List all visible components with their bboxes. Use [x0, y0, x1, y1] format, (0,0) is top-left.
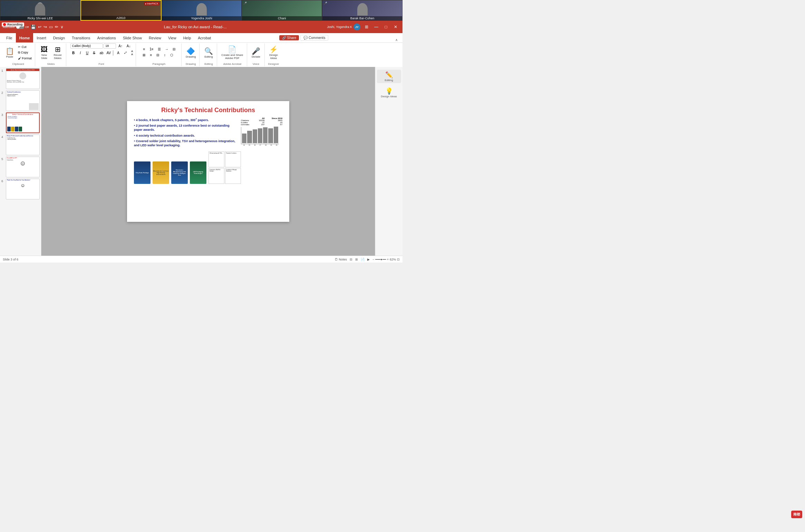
paper-3: Comparison of Ball Pull Strength...	[208, 168, 224, 184]
main-slide-area[interactable]: Ricky's Technical Contributions • 4 book…	[41, 67, 375, 256]
tab-view[interactable]: View	[165, 33, 180, 42]
window-view-icon[interactable]: ⊞	[362, 24, 371, 29]
bullet-4: • Covered solder joint reliability, TSV …	[134, 139, 238, 147]
tab-design[interactable]: Design	[50, 33, 68, 42]
paste-button[interactable]: 📋 Paste	[3, 46, 16, 59]
slide-show-button[interactable]: ▶	[367, 258, 370, 261]
italic-button[interactable]: I	[77, 50, 84, 56]
ribbon-collapse-button[interactable]: ∧	[393, 37, 400, 42]
copy-button[interactable]: ⧉ Copy	[17, 50, 33, 55]
zoom-in-button[interactable]: +	[387, 258, 389, 261]
tab-animations[interactable]: Animations	[94, 33, 119, 42]
normal-view-button[interactable]: ⊟	[350, 258, 352, 261]
reuse-slides-button[interactable]: ⊞ ReuseSlides	[51, 45, 64, 60]
align-center-button[interactable]: ≡	[148, 52, 154, 58]
zoom-level: 62%	[390, 258, 396, 261]
font-size-input[interactable]: 18	[104, 43, 116, 49]
slide-thumb-4[interactable]: 4 Ricky's Professional Leadership and Se…	[1, 135, 40, 155]
slide-thumb-2[interactable]: 2 Technical Contributions • Research pub…	[1, 90, 40, 111]
align-right-button[interactable]: ⊟	[155, 52, 161, 58]
tab-insert[interactable]: Insert	[33, 33, 50, 42]
customize-icon[interactable]: ✏	[55, 24, 58, 29]
indent-button[interactable]: →	[163, 47, 170, 52]
slides-group: 🖼 NewSlide ⊞ ReuseSlides Slides	[36, 43, 66, 66]
drawing-group: 🔷 Drawing Drawing	[182, 43, 200, 66]
columns-button[interactable]: ⊟	[171, 47, 177, 52]
tab-acrobat[interactable]: Acrobat	[194, 33, 214, 42]
video-tile-1[interactable]: Ricky Shi-wei LEE	[0, 0, 80, 21]
slide-img-2[interactable]: Technical Contributions • Research publi…	[6, 90, 40, 111]
align-left-button[interactable]: ⊞	[141, 52, 147, 58]
zoom-slider[interactable]: ━━━●━━	[375, 258, 386, 261]
slide-thumb-3[interactable]: 3 Ricky's Technical Contributions • 4 bo…	[1, 112, 40, 133]
highlight-button[interactable]: 🖍	[122, 51, 128, 55]
slide-img-1[interactable]: Avram Bar-Cohen Memory Award 2021 Recipi…	[6, 68, 40, 89]
slide-thumb-1[interactable]: 1 Avram Bar-Cohen Memory Award 2021 Reci…	[1, 68, 40, 89]
font-color-button[interactable]: A	[115, 50, 122, 56]
editing-panel-btn[interactable]: ✏️ Editing	[377, 70, 401, 83]
slide-panel[interactable]: 1 Avram Bar-Cohen Memory Award 2021 Reci…	[0, 67, 41, 256]
redo-icon[interactable]: ↪	[43, 24, 47, 29]
underline-button[interactable]: U	[84, 50, 90, 56]
font-controls: Calibri (Body) 18 A↑ A↓ B I U S ab AV | …	[70, 43, 133, 61]
video-tile-3[interactable]: Yogendra Joshi	[162, 0, 242, 21]
tab-slide-show[interactable]: Slide Show	[119, 33, 145, 42]
bold-button[interactable]: B	[70, 50, 77, 56]
new-slide-button[interactable]: 🖼 NewSlide	[38, 45, 50, 60]
design-ideas-button[interactable]: ⚡ DesignIdeas	[268, 45, 280, 60]
smart-art-button[interactable]: ⬡	[168, 52, 175, 58]
video-tile-5[interactable]: 🎤 Barak Bar-Cohen	[322, 0, 402, 21]
font-decrease-button[interactable]: A↓	[125, 43, 133, 49]
font-family-input[interactable]: Calibri (Body)	[70, 43, 103, 49]
design-ideas-panel-btn[interactable]: 💡 Design Ideas	[377, 86, 401, 99]
tab-home[interactable]: Home	[16, 33, 33, 42]
slide-img-3[interactable]: Ricky's Technical Contributions • 4 book…	[6, 112, 40, 133]
tab-help[interactable]: Help	[180, 33, 195, 42]
video-tile-4[interactable]: 🎤 Chani	[242, 0, 322, 21]
slide-img-5[interactable]: From ABC to D?? Content here... ☺	[6, 157, 40, 177]
font-size-2-button[interactable]: A A	[129, 49, 135, 57]
reading-view-button[interactable]: 📄	[361, 258, 365, 261]
tab-transitions[interactable]: Transitions	[68, 33, 94, 42]
cut-button[interactable]: ✂ Cut	[17, 45, 33, 49]
video-tile-2[interactable]: ● InterPACK A2810	[80, 0, 162, 21]
drawing-button[interactable]: 🔷 Drawing	[184, 46, 197, 59]
slide-img-4[interactable]: Ricky's Professional Leadership and Serv…	[6, 135, 40, 155]
slide-canvas[interactable]: Ricky's Technical Contributions • 4 book…	[127, 101, 289, 222]
ribbon-content: 📋 Paste ✂ Cut ⧉ Copy 🖌 Format Clipboard …	[0, 43, 402, 67]
paste-icon: 📋	[6, 47, 14, 55]
notes-button[interactable]: 🗒 Notes	[335, 258, 347, 261]
char-spacing-button[interactable]: AV	[105, 50, 111, 56]
zoom-fit-button[interactable]: ⊡	[397, 258, 400, 261]
close-button[interactable]: ✕	[391, 24, 400, 29]
bullet-list-button[interactable]: ≡	[141, 47, 147, 52]
minimize-button[interactable]: —	[372, 24, 380, 29]
line-spacing-button[interactable]: ↕	[162, 52, 168, 58]
maximize-button[interactable]: □	[382, 24, 390, 29]
zoom-out-button[interactable]: −	[372, 258, 374, 261]
user-avatar[interactable]: JY	[353, 23, 360, 30]
slide-img-6[interactable]: Thank You Very Much for Your Attention! …	[6, 179, 40, 199]
format-painter-button[interactable]: 🖌 Format	[17, 56, 33, 61]
slide-thumb-6[interactable]: 6 Thank You Very Much for Your Attention…	[1, 179, 40, 199]
tab-file[interactable]: File	[3, 33, 16, 42]
voice-group: 🎤 Dictate Voice	[248, 43, 265, 66]
tab-review[interactable]: Review	[145, 33, 165, 42]
strikethrough-button[interactable]: S	[91, 50, 97, 56]
share-button[interactable]: 🔗 Share	[279, 35, 299, 40]
font-increase-button[interactable]: A↑	[117, 43, 124, 49]
more-icon[interactable]: ∨	[60, 24, 64, 29]
numbered-list-button[interactable]: 1≡	[148, 47, 155, 52]
present-icon[interactable]: ▭	[49, 24, 53, 29]
comments-button[interactable]: 💬 Comments	[300, 35, 328, 41]
save-icon[interactable]: 💾	[31, 24, 36, 29]
dictate-button[interactable]: 🎤 Dictate	[250, 46, 262, 59]
shadow-button[interactable]: ab	[98, 50, 104, 56]
multilevel-list-button[interactable]: ☰	[156, 47, 163, 52]
editing-button[interactable]: 🔍 Editing	[202, 46, 215, 59]
adobe-button[interactable]: 📄 Create and ShareAdobe PDF	[220, 45, 244, 60]
slide-thumb-5[interactable]: 5 From ABC to D?? Content here... ☺	[1, 157, 40, 177]
ribbon-tabs: File Home Insert Design Transitions Anim…	[0, 33, 402, 43]
slide-sorter-button[interactable]: ⊞	[355, 258, 358, 261]
undo-icon[interactable]: ↩	[38, 24, 41, 29]
